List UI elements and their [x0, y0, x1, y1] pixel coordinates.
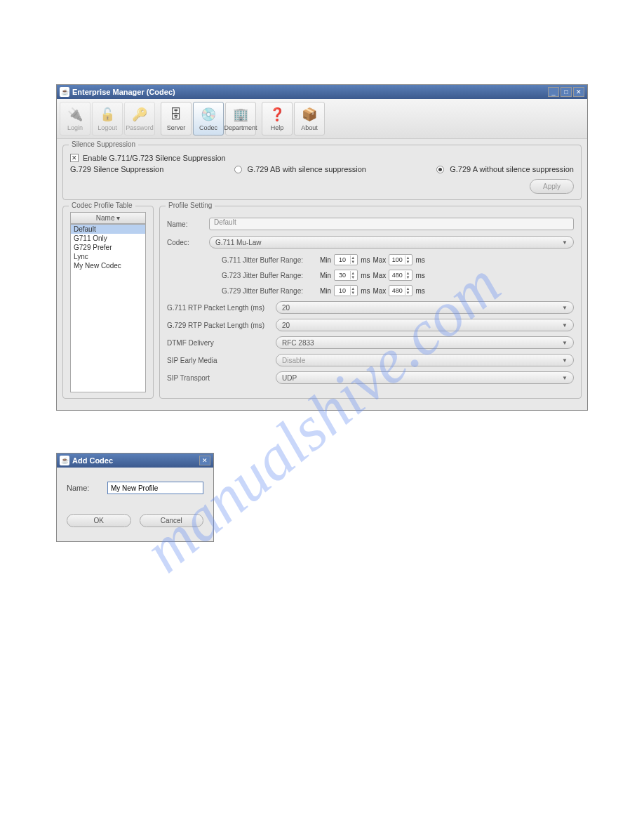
dtmf-label: DTMF Delivery	[167, 339, 276, 347]
cancel-button[interactable]: Cancel	[140, 514, 204, 527]
password-button[interactable]: 🔑Password	[124, 102, 155, 135]
chevron-down-icon: ▼	[562, 239, 568, 246]
g711-jitter-label: G.711 Jitter Buffer Range:	[222, 256, 320, 264]
codec-label: Codec:	[167, 239, 209, 246]
group-title: Codec Profile Table	[69, 201, 135, 209]
table-row[interactable]: Default	[71, 225, 145, 234]
codec-icon: 💿	[200, 106, 217, 123]
chevron-down-icon: ▼	[562, 340, 568, 346]
silence-suppression-group: Silence Suppression ✕ Enable G.711/G.723…	[62, 145, 582, 200]
g729-rtp-label: G.729 RTP Packet Length (ms)	[167, 322, 276, 329]
apply-button[interactable]: Apply	[530, 179, 574, 194]
department-icon: 🏢	[232, 106, 249, 123]
table-row[interactable]: My New Codec	[71, 261, 145, 270]
enable-silence-label: Enable G.711/G.723 Silence Suppression	[83, 154, 226, 162]
radio-g729a[interactable]	[436, 166, 444, 173]
titlebar: ☕ Enterprise Manager (Codec) _ □ ✕	[57, 85, 587, 99]
g729-min-spinner[interactable]: 10▲▼	[334, 285, 358, 296]
sip-transport-label: SIP Transport	[167, 374, 276, 382]
chevron-down-icon: ▼	[562, 357, 568, 364]
codec-profile-list[interactable]: Default G711 Only G729 Prefer Lync My Ne…	[70, 224, 146, 392]
sip-early-label: SIP Early Media	[167, 357, 276, 364]
table-header-name[interactable]: Name ▾	[70, 212, 146, 224]
server-icon: 🗄	[168, 106, 185, 123]
server-button[interactable]: 🗄Server	[161, 102, 192, 135]
add-codec-dialog: ☕ Add Codec ✕ Name: OK Cancel	[56, 453, 214, 542]
login-icon: 🔌	[67, 106, 83, 123]
profile-setting-group: Profile Setting Name: Default Codec: G.7…	[159, 206, 582, 399]
close-button[interactable]: ✕	[199, 456, 210, 465]
java-icon: ☕	[60, 456, 69, 465]
about-icon: 📦	[301, 106, 318, 123]
login-button[interactable]: 🔌Login	[60, 102, 90, 135]
about-button[interactable]: 📦About	[294, 102, 325, 135]
profile-name-input[interactable]	[107, 482, 203, 494]
g711-max-spinner[interactable]: 100▲▼	[389, 254, 412, 265]
help-button[interactable]: ❓Help	[262, 102, 293, 135]
name-label: Name:	[67, 484, 107, 492]
g723-min-spinner[interactable]: 30▲▼	[334, 270, 358, 281]
g729-jitter-label: G.729 Jitter Buffer Range:	[222, 287, 320, 295]
logout-button[interactable]: 🔓Logout	[92, 102, 123, 135]
sip-early-select[interactable]: Disable▼	[276, 354, 574, 366]
dtmf-select[interactable]: RFC 2833▼	[276, 336, 574, 349]
java-icon: ☕	[60, 87, 69, 97]
chevron-down-icon: ▼	[562, 305, 568, 311]
maximize-button[interactable]: □	[561, 87, 572, 97]
close-button[interactable]: ✕	[573, 87, 584, 97]
window-title: Enterprise Manager (Codec)	[72, 88, 548, 96]
radio-g729ab[interactable]	[234, 166, 242, 173]
enable-silence-checkbox[interactable]: ✕	[70, 154, 79, 162]
g729-silence-label: G.729 Silence Suppression	[70, 165, 163, 173]
g729-max-spinner[interactable]: 480▲▼	[389, 285, 412, 296]
chevron-down-icon: ▼	[562, 322, 568, 329]
key-icon: 🔑	[131, 106, 148, 123]
profile-name-input[interactable]: Default	[209, 218, 574, 230]
g711-min-spinner[interactable]: 10▲▼	[334, 254, 358, 265]
g711-rtp-select[interactable]: 20▼	[276, 301, 574, 314]
g711-rtp-label: G.711 RTP Packet Length (ms)	[167, 304, 276, 312]
dialog-titlebar: ☕ Add Codec ✕	[57, 454, 213, 468]
enterprise-manager-window: ☕ Enterprise Manager (Codec) _ □ ✕ 🔌Logi…	[56, 84, 588, 411]
logout-icon: 🔓	[99, 106, 116, 123]
group-title: Profile Setting	[166, 201, 215, 209]
sip-transport-select[interactable]: UDP▼	[276, 371, 574, 384]
chevron-down-icon: ▼	[562, 375, 568, 381]
ok-button[interactable]: OK	[67, 514, 131, 527]
department-button[interactable]: 🏢Department	[225, 102, 256, 135]
table-row[interactable]: Lync	[71, 252, 145, 261]
toolbar: 🔌Login 🔓Logout 🔑Password 🗄Server 💿Codec …	[57, 99, 587, 139]
help-icon: ❓	[269, 106, 286, 123]
table-row[interactable]: G729 Prefer	[71, 243, 145, 252]
group-title: Silence Suppression	[69, 140, 138, 148]
table-row[interactable]: G711 Only	[71, 234, 145, 243]
codec-button[interactable]: 💿Codec	[193, 102, 224, 135]
name-label: Name:	[167, 220, 209, 228]
minimize-button[interactable]: _	[548, 87, 559, 97]
codec-select[interactable]: G.711 Mu-Law▼	[209, 236, 574, 249]
codec-profile-table-group: Codec Profile Table Name ▾ Default G711 …	[62, 206, 154, 399]
g723-max-spinner[interactable]: 480▲▼	[389, 270, 412, 281]
dialog-title: Add Codec	[72, 456, 199, 465]
g723-jitter-label: G.723 Jitter Buffer Range:	[222, 272, 320, 279]
g729-rtp-select[interactable]: 20▼	[276, 319, 574, 331]
